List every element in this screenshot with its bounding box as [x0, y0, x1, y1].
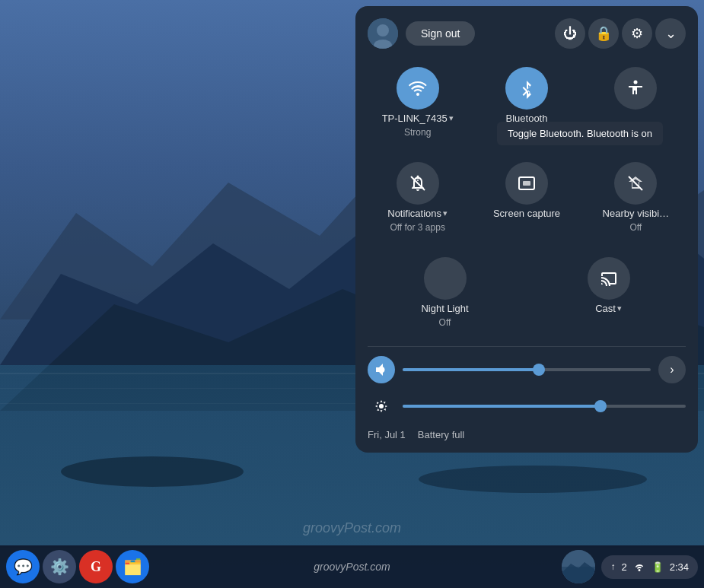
footer-date: Fri, Jul 1 — [368, 429, 406, 440]
wifi-icon — [407, 78, 428, 99]
quick-settings-panel: Sign out ⏻ 🔒 ⚙ ⌄ TP-LI — [355, 6, 698, 453]
taskbar-avatar[interactable] — [562, 550, 595, 583]
nearby-visibility-icon-container — [614, 162, 657, 205]
google-icon: G — [91, 559, 101, 575]
taskbar-files-button[interactable]: 🗂️ — [116, 550, 149, 583]
user-avatar — [368, 18, 398, 49]
power-button[interactable]: ⏻ — [555, 18, 585, 49]
cast-label: Cast ▾ — [595, 303, 622, 314]
settings-button[interactable]: ⚙ — [622, 18, 652, 49]
brightness-fill — [403, 405, 600, 408]
taskbar: 💬 ⚙️ G 🗂️ groovyPost.com ↑ 2 — [0, 545, 704, 588]
accessibility-toggle[interactable] — [586, 61, 686, 144]
volume-up-icon — [374, 362, 389, 377]
nearby-share-off-icon — [625, 173, 646, 194]
svg-point-8 — [61, 456, 244, 487]
brightness-icon — [368, 393, 395, 420]
lock-button[interactable]: 🔒 — [588, 18, 619, 49]
svg-point-9 — [419, 466, 647, 493]
taskbar-wifi-icon — [633, 560, 645, 574]
bluetooth-icon-container — [505, 67, 548, 110]
svg-rect-16 — [523, 181, 530, 186]
bluetooth-icon — [516, 78, 537, 99]
volume-thumb[interactable] — [533, 364, 545, 376]
notifications-dropdown-arrow: ▾ — [443, 208, 448, 218]
files-icon: 🗂️ — [123, 558, 142, 576]
taskbar-status-area[interactable]: ↑ 2 🔋 2:34 — [601, 555, 698, 579]
taskbar-messages-button[interactable]: 💬 — [6, 550, 40, 583]
volume-slider-row: › — [368, 356, 686, 383]
accessibility-icon-container — [614, 67, 657, 110]
footer-battery: Battery full — [418, 429, 464, 440]
volume-track[interactable] — [403, 368, 651, 371]
notifications-off-icon — [407, 173, 428, 194]
taskbar-time: 2:34 — [670, 561, 689, 573]
svg-point-11 — [377, 24, 389, 37]
taskbar-avatar-icon — [562, 550, 595, 583]
notifications-icon-container — [397, 162, 439, 205]
brightness-icon-svg — [374, 399, 389, 414]
cast-icon — [598, 268, 620, 289]
night-light-sublabel: Off — [439, 317, 451, 328]
night-light-icon-container — [424, 257, 467, 300]
brightness-slider-row — [368, 393, 686, 420]
upload-icon: ↑ — [610, 561, 615, 572]
volume-icon — [368, 356, 395, 383]
toggle-grid-row3: Night Light Off Cast ▾ — [368, 251, 686, 334]
screen-capture-icon — [516, 173, 537, 194]
notification-count: 2 — [621, 561, 626, 573]
wifi-icon-container — [397, 67, 439, 110]
cast-dropdown-arrow: ▾ — [617, 304, 622, 313]
chevron-right-icon: › — [670, 363, 674, 377]
notifications-toggle[interactable]: Notifications ▾ Off for 3 apps — [368, 156, 467, 239]
wifi-sublabel: Strong — [404, 127, 431, 138]
night-light-toggle[interactable]: Night Light Off — [368, 251, 522, 334]
taskbar-right: ↑ 2 🔋 2:34 — [562, 550, 698, 583]
bluetooth-label: Bluetooth — [506, 113, 548, 124]
night-light-label: Night Light — [421, 303, 468, 314]
brightness-track[interactable] — [403, 405, 686, 408]
taskbar-settings-button[interactable]: ⚙️ — [43, 550, 76, 583]
notifications-label: Notifications ▾ — [387, 208, 448, 219]
volume-fill — [403, 368, 539, 371]
wifi-label: TP-LINK_7435 ▾ — [382, 113, 454, 124]
screen-capture-icon-container — [505, 162, 548, 205]
wifi-dropdown-arrow: ▾ — [449, 113, 454, 123]
quick-settings-header: Sign out ⏻ 🔒 ⚙ ⌄ — [368, 18, 686, 49]
wifi-toggle[interactable]: TP-LINK_7435 ▾ Strong — [368, 61, 467, 144]
watermark-taskbar: groovyPost.com — [314, 561, 390, 573]
lock-icon: 🔒 — [595, 25, 612, 42]
nearby-visibility-sublabel: Off — [629, 222, 642, 233]
chevron-down-icon: ⌄ — [665, 25, 677, 42]
brightness-thumb[interactable] — [594, 400, 607, 412]
toggle-grid-row1: TP-LINK_7435 ▾ Strong Bluetooth On — [368, 61, 686, 144]
bluetooth-sublabel: On — [521, 127, 533, 138]
screen-capture-toggle[interactable]: Screen capture — [476, 156, 576, 239]
screen-capture-label: Screen capture — [493, 208, 560, 219]
accessibility-icon — [625, 78, 646, 99]
cast-icon-container — [588, 257, 630, 300]
gear-icon: ⚙️ — [50, 558, 69, 576]
taskbar-google-button[interactable]: G — [79, 550, 113, 583]
notifications-sublabel: Off for 3 apps — [390, 222, 445, 233]
power-icon: ⏻ — [563, 26, 577, 42]
header-icon-group: ⏻ 🔒 ⚙ ⌄ — [555, 18, 686, 49]
sign-out-button[interactable]: Sign out — [406, 21, 475, 46]
taskbar-battery-icon: 🔋 — [651, 561, 664, 573]
collapse-button[interactable]: ⌄ — [655, 18, 686, 49]
sliders-section: › — [368, 346, 686, 420]
night-light-icon — [435, 268, 456, 289]
quick-settings-footer: Fri, Jul 1 Battery full — [368, 429, 686, 440]
messages-icon: 💬 — [14, 558, 33, 576]
bluetooth-toggle[interactable]: Bluetooth On — [476, 61, 576, 144]
settings-icon: ⚙ — [631, 25, 643, 42]
volume-next-button[interactable]: › — [658, 356, 686, 383]
taskbar-apps: 💬 ⚙️ G 🗂️ — [6, 550, 562, 583]
toggle-grid-row2: Notifications ▾ Off for 3 apps Screen ca… — [368, 156, 686, 239]
svg-point-13 — [634, 81, 638, 84]
cast-toggle[interactable]: Cast ▾ — [531, 251, 686, 334]
nearby-visibility-toggle[interactable]: Nearby visibi… Off — [586, 156, 686, 239]
nearby-visibility-label: Nearby visibi… — [603, 208, 669, 219]
